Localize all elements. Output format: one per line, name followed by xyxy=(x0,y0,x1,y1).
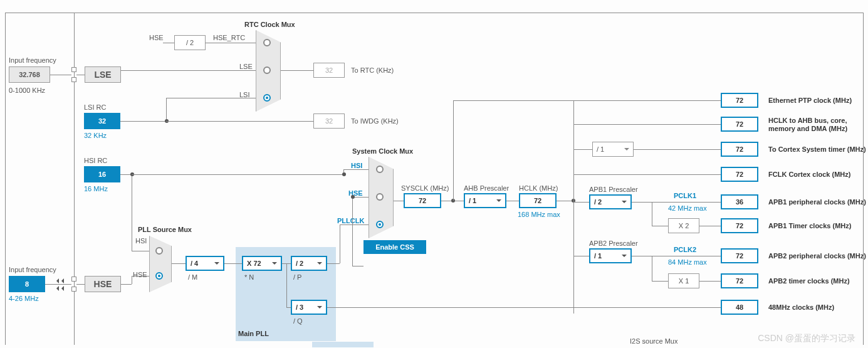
pclk2-label: PCLK2 xyxy=(674,246,696,253)
clk48-label: 48MHz clocks (MHz) xyxy=(768,303,834,311)
sys-hsi-label: HSI xyxy=(351,162,362,169)
clk48-value: 48 xyxy=(721,300,758,315)
apb2-timer-label: APB2 timer clocks (MHz) xyxy=(768,277,850,285)
fclk-label: FCLK Cortex clock (MHz) xyxy=(768,171,850,178)
apb2-x1: X 1 xyxy=(668,273,699,288)
pll-p-label: / P xyxy=(293,273,301,281)
cortex-timer-value: 72 xyxy=(721,142,758,157)
apb1-x2: X 2 xyxy=(668,218,699,233)
apb1-timer-label: APB1 Timer clocks (MHz) xyxy=(768,222,851,229)
to-iwdg-label: To IWDG (KHz) xyxy=(351,117,399,125)
pclk1-label: PCLK1 xyxy=(674,192,696,199)
hsi-unit: 16 MHz xyxy=(84,185,108,192)
pll-radio-hsi[interactable] xyxy=(155,247,163,255)
sys-radio-hse[interactable] xyxy=(376,193,384,201)
input-freq2-range: 4-26 MHz xyxy=(9,295,39,302)
apb1-timer-value: 72 xyxy=(721,218,758,233)
lsi-value: 32 xyxy=(84,113,120,129)
apb1-label: APB1 Prescaler xyxy=(589,186,638,193)
to-iwdg-value: 32 xyxy=(313,113,345,129)
sysclk-value[interactable]: 72 xyxy=(404,193,441,208)
hse-terminal-1 xyxy=(71,277,76,282)
sys-radio-pllclk[interactable] xyxy=(376,221,384,228)
pll-q-label: / Q xyxy=(293,317,303,325)
apb1-periph-value: 36 xyxy=(721,194,758,209)
pll-n-label: * N xyxy=(244,273,254,281)
sysclk-label: SYSCLK (MHz) xyxy=(401,184,449,192)
rtc-mux-title: RTC Clock Mux xyxy=(244,21,295,28)
hse-box: HSE xyxy=(85,276,121,292)
lse-terminal-2 xyxy=(71,77,76,82)
rtc-hse-rtc: HSE_RTC xyxy=(213,34,245,41)
rtc-lse-label: LSE xyxy=(239,63,253,70)
hsi-value: 16 xyxy=(84,166,120,182)
hclk-bus-label: HCLK to AHB bus, core, memory and DMA (M… xyxy=(768,117,862,133)
i2s-mux-label: I2S source Mux xyxy=(630,337,677,345)
pll-radio-hse[interactable] xyxy=(155,272,163,280)
hclk-label: HCLK (MHz) xyxy=(519,184,558,192)
lse-box: LSE xyxy=(85,66,121,83)
left-divider xyxy=(74,13,75,345)
pll-q-div[interactable]: / 3 xyxy=(291,300,327,315)
hse-terminal-2 xyxy=(71,287,76,292)
apb2-periph-value: 72 xyxy=(721,248,758,263)
rtc-radio-lsi[interactable] xyxy=(263,94,271,102)
pll-area-peek xyxy=(312,342,374,347)
fclk-value: 72 xyxy=(721,167,758,182)
input-freq2-value[interactable]: 8 xyxy=(9,276,45,292)
hsi-rc-label: HSI RC xyxy=(84,157,107,164)
apb1-periph-label: APB1 peripheral clocks (MHz) xyxy=(768,198,866,206)
input-freq1-range: 0-1000 KHz xyxy=(9,87,45,94)
input-freq2-label: Input frequency xyxy=(9,266,56,273)
sys-radio-hsi[interactable] xyxy=(376,166,384,173)
pll-p-div[interactable]: / 2 xyxy=(291,256,327,271)
lse-terminal-1 xyxy=(71,67,76,72)
sys-pllclk-label: PLLCLK xyxy=(337,217,364,224)
rtc-radio-lse[interactable] xyxy=(263,66,271,74)
rtc-radio-hse[interactable] xyxy=(263,39,271,46)
lsi-rc-label: LSI RC xyxy=(84,103,106,111)
cortex-timer-label: To Cortex System timer (MHz) xyxy=(768,145,866,153)
pll-hse-label: HSE xyxy=(133,271,147,278)
apb2-label: APB2 Prescaler xyxy=(589,240,638,247)
hclk-value[interactable]: 72 xyxy=(519,193,557,208)
pclk1-max: 42 MHz max xyxy=(668,204,707,212)
apb2-periph-label: APB2 peripheral clocks (MHz) xyxy=(768,252,866,260)
main-pll-label: Main PLL xyxy=(238,330,269,337)
apb1-prescaler[interactable]: / 2 xyxy=(589,194,632,209)
watermark: CSDN @蛋蛋的学习记录 xyxy=(758,333,855,344)
pll-n-mul[interactable]: X 72 xyxy=(242,256,282,271)
eth-ptp-value: 72 xyxy=(721,93,758,108)
to-rtc-label: To RTC (KHz) xyxy=(351,66,394,74)
ahb-label: AHB Prescaler xyxy=(464,184,509,192)
pll-mux-title: PLL Source Mux xyxy=(138,226,192,233)
to-rtc-value: 32 xyxy=(313,63,345,78)
pclk2-max: 84 MHz max xyxy=(668,258,707,266)
apb2-timer-value: 72 xyxy=(721,273,758,288)
pll-m-div[interactable]: / 4 xyxy=(186,256,224,271)
ahb-prescaler[interactable]: / 1 xyxy=(464,193,506,208)
pll-hsi-label: HSI xyxy=(135,237,147,245)
eth-ptp-label: Ethernet PTP clock (MHz) xyxy=(768,97,852,104)
apb2-prescaler[interactable]: / 1 xyxy=(589,248,632,263)
input-freq1-label: Input frequency xyxy=(9,56,56,64)
sys-mux-title: System Clock Mux xyxy=(352,147,413,155)
hclk-max: 168 MHz max xyxy=(518,211,560,218)
enable-css-button[interactable]: Enable CSS xyxy=(363,240,426,254)
pll-m-label: / M xyxy=(188,273,197,281)
rtc-hse-label: HSE xyxy=(149,34,164,41)
input-freq1-value[interactable]: 32.768 xyxy=(9,66,50,83)
hclk-bus-value: 72 xyxy=(721,117,758,132)
cortex-timer-div[interactable]: / 1 xyxy=(592,142,634,157)
rtc-hse-div: / 2 xyxy=(174,35,206,50)
lsi-unit: 32 KHz xyxy=(84,132,107,139)
